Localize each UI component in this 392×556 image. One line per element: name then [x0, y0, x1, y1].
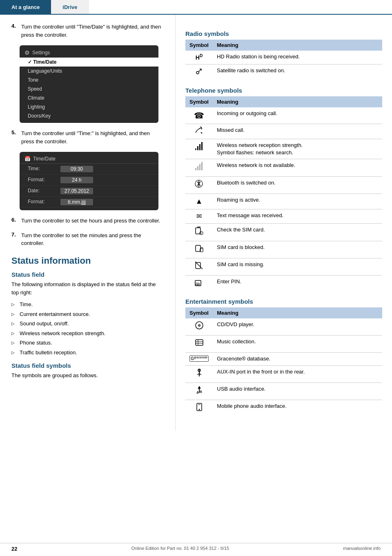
tel-row-check-sim: ? Check the SIM card.: [185, 224, 382, 241]
step-4-num: 4.: [11, 23, 20, 39]
footer-online-text: Online Edition for Part no. 01 40 2 954 …: [131, 546, 229, 552]
step-5: 5. Turn the controller until "Time:" is …: [11, 129, 164, 145]
tel-meaning-roaming: Roaming is active.: [213, 193, 382, 209]
tel-meaning-bluetooth: Bluetooth is switched on.: [213, 176, 382, 193]
no-wireless-icon: [194, 162, 203, 171]
bluetooth-icon: [195, 179, 203, 188]
settings-item-lang: Language/Units: [20, 67, 158, 76]
music-icon: [195, 338, 204, 347]
bullet-phone: Phone status.: [11, 338, 164, 348]
telephone-symbols-table: Symbol Meaning ☎ Incoming or outgoing ca…: [185, 96, 382, 292]
bullet-time: Time.: [11, 300, 164, 309]
check-sim-icon: ?: [194, 226, 203, 235]
ent-symbol-cd: [185, 318, 213, 336]
timedate-row-date: Date: 27.05.2012: [20, 186, 158, 197]
svg-rect-42: [200, 391, 202, 393]
ent-row-mobile: Mobile phone audio interface.: [185, 400, 382, 417]
enter-pin-icon: • • •: [194, 278, 203, 287]
radio-symbol-satellite: [185, 64, 213, 81]
status-bullets: Time. Current entertainment source. Soun…: [11, 300, 164, 357]
tel-meaning-sms: Text message was received.: [213, 209, 382, 223]
ent-col-symbol: Symbol: [185, 307, 213, 318]
step-7-num: 7.: [11, 231, 20, 247]
mobile-phone-icon: [195, 403, 204, 411]
settings-item-time-date: Time/Date: [20, 58, 158, 67]
tab-at-a-glance[interactable]: At a glance: [0, 0, 51, 14]
gear-icon: ⚙: [24, 49, 30, 56]
tel-meaning-wireless: Wireless network reception strength.Symb…: [213, 139, 382, 159]
page-number: 22: [11, 546, 17, 552]
tel-symbol-sim-missing: [185, 258, 213, 275]
tab-idrive[interactable]: iDrive: [51, 0, 89, 14]
tab-at-a-glance-label: At a glance: [11, 4, 40, 10]
gracenote-text: Ggracenote: [189, 356, 209, 362]
tel-row-bluetooth: Bluetooth is switched on.: [185, 176, 382, 193]
ent-col-meaning: Meaning: [213, 307, 382, 318]
radio-col-meaning: Meaning: [213, 40, 382, 51]
ent-symbol-gracenote: Ggracenote: [185, 353, 213, 365]
tel-row-missed: Missed call.: [185, 124, 382, 139]
status-field-heading: Status field: [11, 271, 164, 278]
step-6: 6. Turn the controller to set the hours …: [11, 217, 164, 225]
radio-symbols-table: Symbol Meaning HD HD Radio station is be…: [185, 40, 382, 81]
satellite-icon: [194, 67, 203, 76]
tel-row-no-wireless: Wireless network is not available.: [185, 159, 382, 176]
svg-rect-15: [201, 162, 203, 170]
status-field-symbols-heading: Status field symbols: [11, 362, 164, 369]
sim-blocked-icon: [194, 244, 203, 253]
settings-item-tone: Tone: [20, 76, 158, 85]
tel-col-symbol: Symbol: [185, 96, 213, 107]
svg-line-6: [201, 132, 202, 133]
ent-meaning-gracenote: Gracenote® database.: [213, 353, 382, 365]
bullet-sound: Sound output, on/off.: [11, 319, 164, 329]
svg-rect-26: [198, 284, 200, 285]
tel-row-sms: ✉ Text message was received.: [185, 209, 382, 223]
ent-meaning-mobile: Mobile phone audio interface.: [213, 400, 382, 417]
tel-symbol-sms: ✉: [185, 209, 213, 223]
telephone-symbols-title: Telephone symbols: [185, 87, 382, 94]
timedate-value-date: 27.05.2012: [60, 188, 93, 194]
svg-text:• • •: • • •: [196, 281, 199, 284]
timedate-value-time: 09:30: [60, 166, 93, 172]
step-4-text: Turn the controller until "Time/Date" is…: [21, 23, 164, 39]
timedate-title: 📅 Time/Date: [20, 154, 158, 164]
settings-screenshot: ⚙ Settings Time/Date Language/Units Tone…: [20, 45, 158, 123]
svg-line-4: [200, 127, 202, 128]
missed-call-icon: [194, 127, 203, 134]
tel-meaning-check-sim: Check the SIM card.: [213, 224, 382, 241]
svg-rect-13: [197, 166, 198, 170]
timedate-box-title: Time/Date: [33, 156, 56, 162]
svg-rect-41: [197, 392, 198, 394]
radio-symbol-hd: HD: [185, 51, 213, 64]
tel-meaning-no-wireless: Wireless network is not available.: [213, 159, 382, 176]
timedate-row-format1: Format: 24 h: [20, 175, 158, 186]
tel-symbol-call: ☎: [185, 107, 213, 124]
ent-row-usb: USB audio interface.: [185, 383, 382, 400]
tel-symbol-check-sim: ?: [185, 224, 213, 241]
step-7-text: Turn the controller to set the minutes a…: [21, 231, 164, 247]
tel-row-roaming: ▲ Roaming is active.: [185, 193, 382, 209]
settings-box-title: Settings: [32, 50, 50, 56]
svg-rect-10: [201, 142, 203, 150]
settings-item-lighting: Lighting: [20, 102, 158, 111]
wireless-strength-icon: [194, 142, 203, 151]
tel-row-call: ☎ Incoming or outgoing call.: [185, 107, 382, 124]
radio-meaning-satellite: Satellite radio is switched on.: [213, 64, 382, 81]
ent-row-cd: CD/DVD player.: [185, 318, 382, 336]
usb-icon: [195, 385, 204, 394]
settings-title: ⚙ Settings: [20, 48, 158, 58]
svg-point-44: [198, 409, 200, 410]
timedate-row-time: Time: 09:30: [20, 164, 158, 175]
svg-rect-14: [199, 164, 200, 170]
main-content: 4. Turn the controller until "Time/Date"…: [0, 15, 392, 431]
settings-item-climate: Climate: [20, 93, 158, 102]
radio-symbols-title: Radio symbols: [185, 30, 382, 37]
tel-meaning-pin: Enter PIN.: [213, 275, 382, 292]
svg-rect-20: [196, 245, 200, 251]
bullet-traffic: Traffic bulletin reception.: [11, 348, 164, 358]
svg-rect-22: [196, 262, 200, 269]
tel-row-pin: • • • Enter PIN.: [185, 275, 382, 292]
ent-row-music: Music collection.: [185, 336, 382, 353]
step-5-num: 5.: [11, 129, 20, 145]
ent-symbol-usb: [185, 383, 213, 400]
